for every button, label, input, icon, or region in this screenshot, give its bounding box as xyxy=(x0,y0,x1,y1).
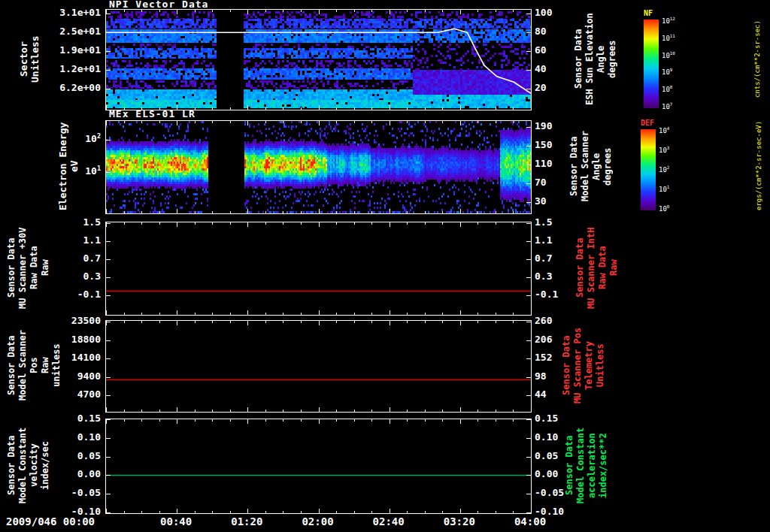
colorbar2-title: DEF xyxy=(641,119,654,127)
p1-ytick-right-4: 20 xyxy=(535,82,547,93)
els-spectrogram-canvas xyxy=(106,121,531,213)
p3-ytick-left-4: -0.1 xyxy=(77,289,101,300)
exponent: 12 xyxy=(670,17,675,21)
p1-ytick-left-0: 3.1e+01 xyxy=(59,7,101,18)
p1-ytick-left-3: 1.2e+01 xyxy=(59,63,101,74)
panel2-title: MEx ELS-01 LR xyxy=(109,110,196,119)
p4-ytick-right-1: 206 xyxy=(535,333,552,344)
panel1-ylabel-right: Sensor Data ESH Sun Elevation Angle degr… xyxy=(573,9,618,109)
colorbar1-tick-0: 1012 xyxy=(662,17,675,25)
p3-ytick-left-3: 0.3 xyxy=(83,271,101,282)
p5-ytick-left-3: 0.00 xyxy=(77,468,101,479)
p3-ytick-right-4: -0.1 xyxy=(535,289,558,300)
p3-ytick-right-0: 1.5 xyxy=(535,216,552,228)
colorbar2-tick-2: 102 xyxy=(659,165,669,174)
panel2-ylabel-right: Sensor Data Model Scanner Angle degrees xyxy=(568,120,614,213)
exponent: 4 xyxy=(667,126,670,131)
p5-ytick-left-4: -0.05 xyxy=(71,487,101,498)
p2-ytick-right-4: 30 xyxy=(535,195,547,207)
colorbar1-unit-label: cnts/(cm**2-sr-sec) xyxy=(752,9,763,109)
p3-ytick-left-0: 1.5 xyxy=(83,216,101,228)
x-tick-label-4: 02:40 xyxy=(373,515,405,527)
colorbar1-tick-3: 109 xyxy=(662,68,672,76)
panel4-ylabel-right: Sensor Data MU Scanner Pos Telemetry Uni… xyxy=(561,320,606,411)
p1-ytick-right-3: 40 xyxy=(535,63,547,74)
p5-ytick-right-2: 0.05 xyxy=(535,449,558,461)
x-tick-label-6: 04:00 xyxy=(514,515,546,527)
p3-ytick-right-2: 0.7 xyxy=(535,252,552,264)
p1-ytick-left-4: 6.2e+00 xyxy=(59,82,101,93)
exponent: 2 xyxy=(97,132,101,140)
plot-window: NPI Vector Data MEx ELS-01 LR Sector Uni… xyxy=(0,0,770,532)
p4-ytick-right-2: 152 xyxy=(535,352,552,363)
exponent: 10 xyxy=(670,51,675,56)
p4-ytick-left-0: 23500 xyxy=(71,315,101,326)
p5-ytick-left-2: 0.05 xyxy=(77,449,101,461)
exponent: 9 xyxy=(670,68,673,72)
scanner-pos-line-panel xyxy=(105,320,532,413)
colorbar1-tick-4: 108 xyxy=(662,85,672,93)
p5-ytick-right-4: -0.05 xyxy=(535,487,564,498)
colorbar2-unit-label: ergs/(cm**2-sr-sec-eV) xyxy=(753,119,765,213)
exponent: 2 xyxy=(667,165,670,170)
exponent: 1 xyxy=(97,165,101,172)
model-constant-line-panel xyxy=(105,419,532,514)
p3-ytick-left-1: 1.1 xyxy=(83,234,101,246)
p4-ytick-left-2: 14100 xyxy=(71,352,101,363)
exponent: 7 xyxy=(670,102,673,107)
exponent: 3 xyxy=(667,146,670,150)
colorbar2-tick-3: 101 xyxy=(659,185,669,193)
npi-spectrogram-panel xyxy=(105,9,532,110)
colorbar2-tick-1: 103 xyxy=(659,146,669,154)
panel1-ylabel-left: Sector Unitless xyxy=(18,9,41,109)
p5-ytick-left-1: 0.10 xyxy=(77,431,101,443)
exponent: 1 xyxy=(667,185,670,189)
x-tick-label-0: 2009/046 00:00 xyxy=(6,515,95,527)
p4-ytick-left-3: 9400 xyxy=(77,370,101,381)
npi-spectrogram-canvas xyxy=(106,10,531,110)
p2-ytick-right-1: 150 xyxy=(535,139,552,150)
panel3-ylabel-right: Sensor Data MU Scanner IntH Raw Data Raw xyxy=(574,222,620,314)
panel5-ylabel-right: Sensor Data Model Constant acceleration … xyxy=(564,419,609,512)
p2-ytick-right-0: 190 xyxy=(535,120,552,131)
panel4-ylabel-left: Sensor Data Model Scanner Pos Raw unitle… xyxy=(6,320,62,411)
p1-ytick-left-1: 2.5e+01 xyxy=(59,26,101,37)
p1-ytick-right-1: 80 xyxy=(535,26,547,37)
mu-scanner-line-panel xyxy=(105,222,532,316)
p4-ytick-left-4: 4700 xyxy=(77,388,101,400)
p5-ytick-right-0: 0.15 xyxy=(535,413,558,424)
p4-ytick-right-0: 260 xyxy=(535,315,552,326)
p2-ytick-left-1: 101 xyxy=(85,165,101,177)
els-spectrogram-panel xyxy=(105,120,532,214)
p2-ytick-left-0: 102 xyxy=(85,132,101,144)
p3-ytick-left-2: 0.7 xyxy=(83,252,101,264)
model-constant-line-canvas xyxy=(106,419,531,513)
p1-ytick-right-0: 100 xyxy=(535,7,552,18)
p3-ytick-right-1: 1.1 xyxy=(535,234,552,246)
mu-scanner-line-canvas xyxy=(106,222,531,315)
colorbar2-tick-0: 104 xyxy=(659,126,669,135)
p5-ytick-right-1: 0.10 xyxy=(535,431,558,443)
p4-ytick-right-4: 44 xyxy=(535,388,547,400)
colorbar1-title: NF xyxy=(644,9,653,17)
x-tick-label-2: 01:20 xyxy=(231,515,262,527)
p1-ytick-right-2: 60 xyxy=(535,44,547,56)
panel3-ylabel-left: Sensor Data MU Scanner +30V Raw Data Raw xyxy=(6,222,51,314)
exponent: 8 xyxy=(670,85,673,89)
panel5-ylabel-left: Sensor Data Model Constant velocity inde… xyxy=(6,419,51,512)
p4-ytick-left-1: 18800 xyxy=(71,333,101,344)
p5-ytick-left-0: 0.15 xyxy=(77,413,101,424)
p5-ytick-right-3: 0.00 xyxy=(535,468,558,479)
p3-ytick-right-3: 0.3 xyxy=(535,271,552,282)
colorbar1-gradient xyxy=(644,20,659,108)
p2-ytick-right-2: 110 xyxy=(535,158,552,169)
x-tick-label-3: 02:00 xyxy=(302,515,333,527)
panel1-title: NPI Vector Data xyxy=(109,0,208,9)
colorbar2-tick-4: 100 xyxy=(659,204,669,213)
p1-ytick-left-2: 1.9e+01 xyxy=(59,44,101,56)
x-tick-label-1: 00:40 xyxy=(160,515,192,527)
colorbar1-tick-2: 1010 xyxy=(662,51,675,59)
exponent: 0 xyxy=(667,204,670,209)
colorbar2-gradient xyxy=(641,129,656,210)
panel2-ylabel-left: Electron Energy eV xyxy=(57,120,80,213)
